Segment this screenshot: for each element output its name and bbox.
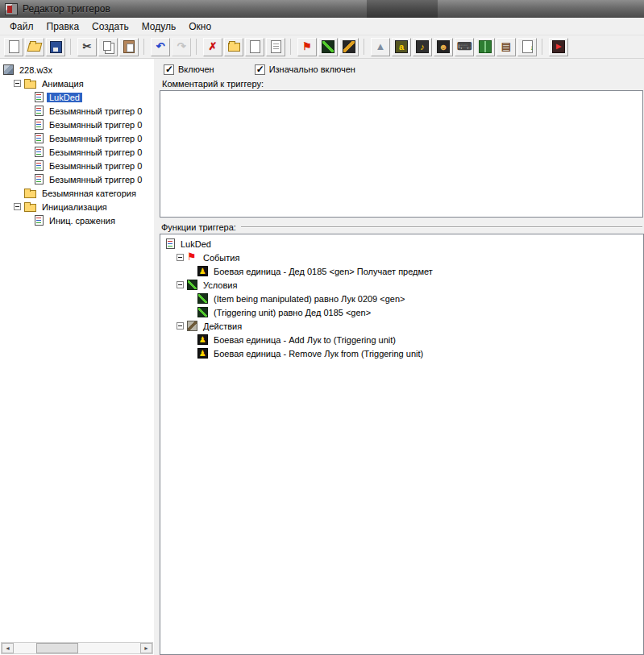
object-manager-button[interactable]: ▤ — [497, 38, 516, 56]
new-category-button[interactable] — [224, 38, 243, 56]
enabled-checkbox[interactable] — [164, 64, 174, 75]
tree-item-label: 228.w3x — [17, 65, 55, 75]
copy-button[interactable] — [98, 38, 118, 56]
copy-icon — [102, 40, 114, 53]
tree-row[interactable]: Действия — [163, 319, 643, 333]
menu-item-2[interactable]: Создать — [85, 19, 135, 34]
horizontal-scrollbar[interactable]: ◄ ► — [1, 642, 153, 654]
tree-item-label: Боевая единица - Remove Лук from (Trigge… — [211, 349, 426, 359]
tree-row[interactable]: Безымянная категория — [0, 186, 154, 200]
scroll-right-button[interactable]: ► — [140, 643, 152, 653]
save-map-button[interactable] — [46, 38, 65, 56]
initially-on-checkbox-group[interactable]: Изначально включен — [255, 64, 355, 75]
new-event-button[interactable]: ⚑ — [297, 38, 317, 56]
new-comment-button[interactable] — [266, 38, 285, 56]
window-title: Редактор триггеров — [23, 3, 110, 15]
new-trigger-button[interactable] — [245, 38, 264, 56]
trigger-editor-button[interactable]: a — [392, 38, 411, 56]
sound-editor-button[interactable]: ♪ — [413, 38, 432, 56]
tree-row[interactable]: (Item being manipulated) равно Лук 0209 … — [163, 292, 643, 305]
object-manager-icon: ▤ — [500, 40, 513, 53]
tree-row[interactable]: Анимация — [0, 77, 154, 90]
tree-row[interactable]: 228.w3x — [0, 63, 154, 77]
tree-item-label: Безымянный триггер 0 — [47, 147, 144, 157]
delete-icon: ✗ — [206, 40, 219, 53]
enabled-checkbox-group[interactable]: Включен — [164, 64, 214, 75]
new-event-icon: ⚑ — [301, 40, 314, 53]
tree-row[interactable]: Иниц. сражения — [0, 213, 154, 227]
tree-row[interactable]: Безымянный триггер 0 — [0, 104, 154, 118]
tree-row[interactable]: Безымянный триггер 0 — [0, 131, 154, 145]
unit-event-icon — [197, 266, 208, 276]
tree-row[interactable]: Безымянный триггер 0 — [0, 172, 154, 186]
open-map-button[interactable] — [25, 38, 44, 56]
folder-icon — [24, 204, 36, 212]
trigger-tree-panel: 228.w3xАнимацияLukDedБезымянный триггер … — [0, 59, 154, 655]
cut-button[interactable]: ✂ — [77, 38, 97, 56]
terrain-editor-icon: ▲ — [374, 40, 387, 53]
titlebar[interactable]: Редактор триггеров — [0, 0, 644, 18]
expander-minus-icon[interactable] — [177, 281, 184, 288]
paste-button[interactable] — [119, 38, 139, 56]
expander-minus-icon[interactable] — [177, 254, 184, 261]
new-map-button[interactable] — [4, 38, 23, 56]
tree-row[interactable]: Безымянный триггер 0 — [0, 145, 154, 159]
redo-button[interactable]: ↷ — [172, 38, 191, 56]
tree-item-label: События — [201, 253, 242, 263]
toolbar-separator — [290, 39, 293, 55]
new-condition-button[interactable] — [318, 38, 338, 56]
object-editor-button[interactable]: ☻ — [434, 38, 453, 56]
redo-icon: ↷ — [175, 40, 188, 53]
new-action-button[interactable] — [339, 38, 359, 56]
menu-item-0[interactable]: Файл — [3, 19, 40, 34]
condition-icon — [187, 280, 197, 290]
trigger-doc-icon — [35, 133, 44, 143]
open-map-icon — [28, 40, 41, 53]
comment-textarea[interactable] — [160, 90, 643, 218]
scrollbar-track[interactable] — [14, 643, 140, 653]
trigger-doc-icon — [35, 106, 44, 116]
initially-on-checkbox-label: Изначально включен — [269, 64, 355, 74]
tree-row[interactable]: Безымянный триггер 0 — [0, 159, 154, 172]
initially-on-checkbox[interactable] — [255, 64, 265, 75]
campaign-editor-button[interactable]: ⌨ — [455, 38, 474, 56]
tree-item-label: Боевая единица - Add Лук to (Triggering … — [211, 335, 398, 345]
menu-item-1[interactable]: Правка — [40, 19, 86, 34]
menu-item-4[interactable]: Окно — [182, 19, 218, 34]
expander-minus-icon[interactable] — [177, 322, 184, 330]
tree-row[interactable]: LukDed — [163, 237, 643, 251]
tree-row[interactable]: LukDed — [0, 90, 154, 104]
expander-minus-icon[interactable] — [14, 203, 21, 210]
event-flag-icon — [187, 252, 197, 263]
folder-icon — [24, 190, 36, 198]
import-manager-icon — [521, 40, 534, 53]
scroll-left-button[interactable]: ◄ — [2, 643, 14, 653]
condition-leaf-icon — [197, 293, 208, 304]
paste-icon — [123, 40, 135, 53]
map-icon — [3, 64, 14, 75]
tree-row[interactable]: Боевая единица - Add Лук to (Triggering … — [163, 333, 643, 346]
trigger-doc-icon — [166, 238, 175, 249]
tree-item-label: Безымянный триггер 0 — [47, 175, 144, 184]
tree-item-label: Безымянный триггер 0 — [47, 106, 144, 116]
terrain-editor-button[interactable]: ▲ — [371, 38, 390, 56]
test-map-button[interactable] — [549, 38, 568, 56]
tree-row[interactable]: (Triggering unit) равно Дед 0185 <gen> — [163, 305, 643, 319]
scrollbar-thumb[interactable] — [36, 643, 78, 653]
tree-row[interactable]: События — [163, 251, 643, 264]
delete-button[interactable]: ✗ — [203, 38, 222, 56]
trigger-doc-icon — [35, 147, 44, 157]
expander-minus-icon[interactable] — [14, 80, 21, 87]
ai-editor-button[interactable] — [476, 38, 495, 56]
toolbar-separator — [364, 39, 367, 55]
import-manager-button[interactable] — [517, 38, 537, 56]
tree-row[interactable]: Безымянный триггер 0 — [0, 118, 154, 131]
tree-row[interactable]: Условия — [163, 278, 643, 292]
tree-row[interactable]: Инициализация — [0, 200, 154, 213]
menu-item-3[interactable]: Модуль — [135, 19, 183, 34]
app-icon — [5, 3, 18, 15]
tree-row[interactable]: Боевая единица - Remove Лук from (Trigge… — [163, 346, 643, 360]
tree-item-label: (Triggering unit) равно Дед 0185 <gen> — [211, 308, 373, 317]
undo-button[interactable]: ↶ — [151, 38, 170, 56]
tree-row[interactable]: Боевая единица - Дед 0185 <gen> Получает… — [163, 264, 643, 278]
